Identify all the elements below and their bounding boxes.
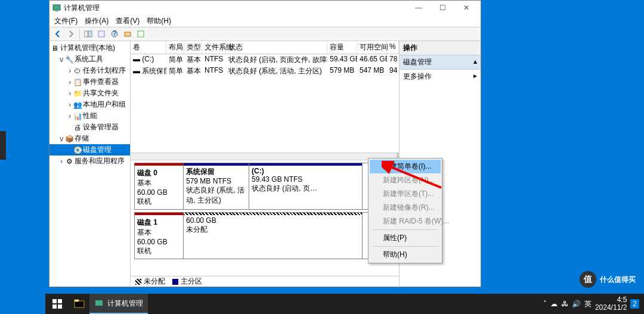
services-icon: ⚙	[65, 157, 73, 166]
col-volume[interactable]: 卷	[131, 41, 166, 54]
legend-primary-swatch	[172, 279, 178, 285]
tray-onedrive-icon[interactable]: ☁	[550, 300, 558, 308]
partition[interactable]: (C:)59.43 GB NTFS状态良好 (启动, 页…	[249, 163, 363, 209]
svg-rect-13	[58, 304, 62, 309]
disk-row[interactable]: 磁盘 1基本60.00 GB联机60.00 GB未分配	[134, 212, 395, 259]
partition[interactable]: 系统保留579 MB NTFS状态良好 (系统, 活动, 主分区)	[184, 163, 249, 209]
taskbar-app[interactable]: 计算机管理	[89, 294, 148, 314]
disk-info[interactable]: 磁盘 0基本60.00 GB联机	[135, 163, 184, 209]
perf-icon: 📊	[73, 112, 82, 120]
nav-tree[interactable]: 🖥计算机管理(本地) v🔧系统工具 ›⏲任务计划程序 ›📋事件查看器 ›📁共享文…	[49, 41, 131, 287]
tray-up-icon[interactable]: ˄	[543, 300, 547, 308]
svg-rect-16	[95, 300, 103, 306]
collapse-icon: ▴	[473, 57, 477, 67]
menu-new-simple-volume[interactable]: 新建简单卷(I)...	[370, 160, 441, 173]
start-button[interactable]	[45, 294, 69, 314]
col-free[interactable]: 可用空间	[357, 41, 387, 54]
svg-rect-12	[52, 304, 57, 309]
table-row[interactable]: ▬ 系统保留简单基本NTFS状态良好 (系统, 活动, 主分区)579 MB54…	[131, 66, 399, 77]
watermark-icon: 值	[580, 271, 596, 288]
watermark: 值 什么值得买	[580, 271, 636, 288]
help-button[interactable]: ?	[109, 28, 120, 40]
volume-table[interactable]: 卷 布局 类型 文件系统 状态 容量 可用空间 % ▬ (C:)简单基本NTFS…	[131, 41, 399, 160]
tb-icon[interactable]	[122, 28, 134, 40]
svg-rect-7	[125, 32, 131, 36]
svg-rect-3	[88, 31, 92, 37]
menu-new-striped-volume: 新建带区卷(T)...	[370, 187, 441, 201]
disk-graphical-view[interactable]: 磁盘 0基本60.00 GB联机系统保留579 MB NTFS状态良好 (系统,…	[131, 160, 399, 276]
forward-button[interactable]	[65, 28, 77, 40]
menu-help[interactable]: 帮助(H)	[370, 248, 441, 262]
tree-task-scheduler[interactable]: ›⏲任务计划程序	[49, 65, 130, 76]
menu-new-mirrored-volume: 新建镜像卷(R)...	[370, 201, 441, 214]
tb-settings-icon[interactable]	[135, 28, 147, 40]
menu-view[interactable]: 查看(V)	[116, 16, 140, 26]
scrollbar[interactable]	[131, 153, 399, 160]
svg-rect-14	[75, 301, 84, 307]
tray-notifications[interactable]: 2	[630, 299, 639, 309]
storage-icon: 📦	[65, 135, 73, 143]
tray-ime[interactable]: 英	[584, 299, 592, 309]
menu-action[interactable]: 操作(A)	[85, 16, 109, 26]
partition[interactable]: 60.00 GB未分配	[184, 213, 363, 259]
menu-new-spanned-volume: 新建跨区卷(N)...	[370, 173, 441, 187]
main-panel: 卷 布局 类型 文件系统 状态 容量 可用空间 % ▬ (C:)简单基本NTFS…	[131, 41, 400, 287]
tree-services[interactable]: ›⚙服务和应用程序	[49, 156, 130, 167]
col-status[interactable]: 状态	[226, 41, 327, 54]
folder-icon: 📁	[73, 89, 82, 98]
col-layout[interactable]: 布局	[166, 41, 184, 54]
actions-header: 操作	[400, 41, 481, 55]
tree-local-users[interactable]: ›👥本地用户和组	[49, 99, 130, 110]
svg-rect-15	[75, 300, 79, 301]
tree-shared-folders[interactable]: ›📁共享文件夹	[49, 88, 130, 99]
back-button[interactable]	[52, 28, 64, 40]
app-icon	[52, 3, 61, 13]
tree-system-tools[interactable]: v🔧系统工具	[49, 54, 130, 65]
svg-rect-1	[55, 11, 58, 11]
disk-info[interactable]: 磁盘 1基本60.00 GB联机	[135, 213, 184, 259]
chevron-right-icon: ▸	[473, 71, 477, 82]
close-button[interactable]: ✕	[454, 1, 478, 15]
tree-disk-management[interactable]: 💽磁盘管理	[49, 144, 130, 156]
tree-storage[interactable]: v📦存储	[49, 133, 130, 144]
users-icon: 👥	[73, 101, 82, 109]
tree-root[interactable]: 🖥计算机管理(本地)	[49, 42, 130, 54]
window-title: 计算机管理	[64, 3, 407, 13]
system-tray[interactable]: ˄ ☁ 🖧 🔊 英 4:5 2024/11/2 2	[538, 296, 644, 312]
toolbar: ?	[49, 27, 481, 41]
minimize-button[interactable]: —	[407, 1, 431, 15]
col-capacity[interactable]: 容量	[327, 41, 357, 54]
taskbar[interactable]: 计算机管理 ˄ ☁ 🖧 🔊 英 4:5 2024/11/2 2	[45, 294, 644, 314]
taskbar-explorer[interactable]	[69, 294, 89, 314]
clock-icon: ⏲	[73, 67, 82, 75]
svg-text:?: ?	[113, 30, 117, 38]
tb-icon[interactable]	[95, 28, 107, 40]
menu-new-raid5-volume: 新建 RAID-5 卷(W)...	[370, 214, 441, 228]
tree-device-manager[interactable]: 🖨设备管理器	[49, 122, 130, 133]
table-header[interactable]: 卷 布局 类型 文件系统 状态 容量 可用空间 %	[131, 41, 399, 54]
col-pct[interactable]: %	[387, 41, 399, 54]
tray-network-icon[interactable]: 🖧	[561, 300, 568, 308]
actions-section[interactable]: 磁盘管理▴	[400, 55, 481, 70]
disk-row[interactable]: 磁盘 0基本60.00 GB联机系统保留579 MB NTFS状态良好 (系统,…	[134, 163, 395, 210]
menu-help[interactable]: 帮助(H)	[147, 16, 171, 26]
menu-file[interactable]: 文件(F)	[54, 16, 78, 26]
svg-rect-4	[98, 31, 104, 37]
titlebar[interactable]: 计算机管理 — ☐ ✕	[49, 1, 481, 15]
svg-rect-8	[138, 31, 144, 37]
menu-properties[interactable]: 属性(P)	[370, 231, 441, 245]
svg-rect-11	[58, 299, 62, 303]
actions-more[interactable]: 更多操作▸	[400, 70, 481, 83]
col-type[interactable]: 类型	[184, 41, 202, 54]
svg-rect-0	[53, 5, 60, 10]
maximize-button[interactable]: ☐	[431, 1, 454, 15]
table-row[interactable]: ▬ (C:)简单基本NTFS状态良好 (启动, 页面文件, 故障转储, 主分区)…	[131, 54, 399, 66]
disk-icon: 💽	[73, 146, 82, 154]
menubar: 文件(F) 操作(A) 查看(V) 帮助(H)	[49, 15, 481, 27]
tray-date[interactable]: 2024/11/2	[595, 304, 627, 312]
tree-performance[interactable]: ›📊性能	[49, 110, 130, 122]
tree-event-viewer[interactable]: ›📋事件查看器	[49, 76, 130, 88]
show-hide-button[interactable]	[82, 28, 94, 40]
col-fs[interactable]: 文件系统	[202, 41, 226, 54]
tray-volume-icon[interactable]: 🔊	[572, 300, 581, 308]
